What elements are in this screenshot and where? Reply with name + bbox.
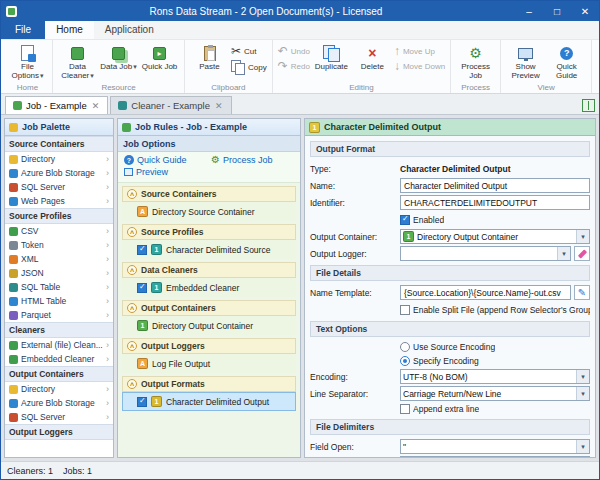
palette-item-html-table[interactable]: HTML Table bbox=[5, 294, 113, 308]
quick-job-button[interactable]: ▸ Quick Job bbox=[140, 42, 179, 72]
data-cleaner-button[interactable]: Data Cleaner bbox=[58, 42, 97, 81]
process-job-link-label: Process Job bbox=[223, 155, 273, 165]
rule-item-character-delimited-source[interactable]: 1 Character Delimited Source bbox=[122, 240, 296, 259]
palette-item-directory[interactable]: Directory bbox=[5, 152, 113, 166]
undo-button[interactable]: ↶ Undo bbox=[278, 45, 310, 57]
section-header[interactable]: Output Containers bbox=[122, 300, 296, 316]
tab-home[interactable]: Home bbox=[45, 21, 94, 39]
close-button[interactable]: ✕ bbox=[571, 1, 599, 21]
palette-group-output-containers[interactable]: Output Containers bbox=[5, 366, 113, 382]
encoding-select[interactable]: UTF-8 (No BOM) bbox=[400, 369, 590, 384]
item-checkbox[interactable] bbox=[137, 283, 147, 293]
move-up-button[interactable]: ↑ Move Up bbox=[394, 45, 445, 57]
quick-guide-button[interactable]: Quick Guide bbox=[547, 42, 586, 81]
section-header[interactable]: Output Formats bbox=[122, 376, 296, 392]
doc-tab-cleaner-example[interactable]: Cleaner - Example ✕ bbox=[110, 96, 231, 114]
maximize-button[interactable]: □ bbox=[543, 1, 571, 21]
doc-tab-job-example[interactable]: Job - Example ✕ bbox=[5, 96, 108, 114]
rule-item-directory-source-container[interactable]: A Directory Source Container bbox=[122, 202, 296, 221]
field-close-select[interactable]: " bbox=[400, 456, 590, 457]
palette-item-json[interactable]: JSON bbox=[5, 266, 113, 280]
palette-group-source-containers[interactable]: Source Containers bbox=[5, 136, 113, 152]
dropdown-arrow-icon[interactable] bbox=[557, 247, 570, 260]
palette-item-csv[interactable]: CSV bbox=[5, 224, 113, 238]
palette-item-sql-table[interactable]: SQL Table bbox=[5, 280, 113, 294]
item-checkbox[interactable] bbox=[137, 397, 147, 407]
tab-application[interactable]: Application bbox=[94, 21, 165, 39]
main-area: Job Palette Source Containers Directory … bbox=[1, 115, 599, 461]
palette-item-token[interactable]: Token bbox=[5, 238, 113, 252]
app-icon bbox=[6, 6, 17, 17]
preview-link[interactable]: Preview bbox=[124, 167, 207, 177]
section-header[interactable]: Source Profiles bbox=[122, 224, 296, 240]
enabled-label: Enabled bbox=[413, 215, 444, 225]
enabled-checkbox[interactable] bbox=[400, 215, 410, 225]
dropdown-arrow-icon[interactable] bbox=[576, 387, 589, 400]
section-header[interactable]: Output Loggers bbox=[122, 338, 296, 354]
move-down-button[interactable]: ↓ Move Down bbox=[394, 60, 445, 72]
line-separator-label: Line Separator: bbox=[310, 389, 396, 399]
enabled-row: Enabled bbox=[310, 211, 590, 228]
layout-toggle-icon[interactable] bbox=[582, 99, 595, 112]
use-source-encoding-radio[interactable] bbox=[400, 342, 410, 352]
output-logger-select[interactable] bbox=[400, 246, 571, 261]
file-options-button[interactable]: File Options bbox=[8, 42, 47, 81]
section-header[interactable]: Data Cleaners bbox=[122, 262, 296, 278]
tab-file[interactable]: File bbox=[1, 21, 45, 39]
output-container-select[interactable]: 1 Directory Output Container bbox=[400, 229, 590, 244]
tab-close-icon[interactable]: ✕ bbox=[91, 101, 101, 111]
process-job-button[interactable]: ⚙ Process Job bbox=[456, 42, 495, 81]
line-separator-select[interactable]: Carriage Return/New Line bbox=[400, 386, 590, 401]
tab-close-icon[interactable]: ✕ bbox=[214, 101, 224, 111]
identifier-field[interactable] bbox=[400, 195, 590, 210]
specify-encoding-radio[interactable] bbox=[400, 356, 410, 366]
clear-logger-button[interactable] bbox=[574, 246, 590, 261]
dropdown-arrow-icon[interactable] bbox=[576, 370, 589, 383]
type-badge: 1 bbox=[309, 122, 320, 133]
duplicate-button[interactable]: Duplicate bbox=[312, 42, 351, 72]
palette-group-source-profiles[interactable]: Source Profiles bbox=[5, 208, 113, 224]
field-open-select[interactable]: " bbox=[400, 439, 590, 454]
palette-item-xml[interactable]: XML bbox=[5, 252, 113, 266]
delete-button[interactable]: × Delete bbox=[353, 42, 392, 72]
section-header[interactable]: Source Containers bbox=[122, 186, 296, 202]
rule-item-log-file-output[interactable]: A Log File Output bbox=[122, 354, 296, 373]
rule-item-directory-output-container[interactable]: 1 Directory Output Container bbox=[122, 316, 296, 335]
type-badge: A bbox=[137, 358, 148, 369]
item-checkbox[interactable] bbox=[137, 245, 147, 255]
dropdown-arrow-icon[interactable] bbox=[576, 230, 589, 243]
chevron-right-icon bbox=[106, 269, 109, 278]
edit-template-button[interactable] bbox=[574, 285, 590, 300]
paste-button[interactable]: Paste bbox=[190, 42, 229, 72]
palette-item-external-clean[interactable]: External (file) Clean... bbox=[5, 338, 113, 352]
process-job-link[interactable]: ⚙Process Job bbox=[211, 155, 294, 165]
name-template-field[interactable] bbox=[400, 285, 571, 300]
section-output-loggers: Output Loggers A Log File Output bbox=[122, 338, 296, 373]
palette-item-out-sql-server[interactable]: SQL Server bbox=[5, 410, 113, 424]
document-tab-strip: Job - Example ✕ Cleaner - Example ✕ bbox=[1, 94, 599, 115]
redo-button[interactable]: ↷ Redo bbox=[278, 60, 310, 72]
palette-item-parquet[interactable]: Parquet bbox=[5, 308, 113, 322]
rule-item-embedded-cleaner[interactable]: 1 Embedded Cleaner bbox=[122, 278, 296, 297]
copy-button[interactable]: Copy bbox=[231, 60, 267, 74]
dropdown-arrow-icon[interactable] bbox=[576, 440, 589, 453]
field-open-label: Field Open: bbox=[310, 442, 396, 452]
name-field[interactable] bbox=[400, 178, 590, 193]
append-extra-line-checkbox[interactable] bbox=[400, 404, 410, 414]
palette-item-embedded-cleaner[interactable]: Embedded Cleaner bbox=[5, 352, 113, 366]
palette-item-out-azure-blob[interactable]: Azure Blob Storage bbox=[5, 396, 113, 410]
palette-item-sql-server[interactable]: SQL Server bbox=[5, 180, 113, 194]
quick-guide-link[interactable]: Quick Guide bbox=[124, 155, 207, 165]
rule-item-character-delimited-output[interactable]: 1 Character Delimited Output bbox=[122, 392, 296, 411]
minimize-button[interactable]: – bbox=[515, 1, 543, 21]
collapse-icon bbox=[127, 227, 137, 237]
palette-group-cleaners[interactable]: Cleaners bbox=[5, 322, 113, 338]
show-preview-button[interactable]: Show Preview bbox=[506, 42, 545, 81]
palette-item-out-directory[interactable]: Directory bbox=[5, 382, 113, 396]
split-file-checkbox[interactable] bbox=[400, 305, 410, 315]
palette-item-azure-blob[interactable]: Azure Blob Storage bbox=[5, 166, 113, 180]
cut-button[interactable]: ✂ Cut bbox=[231, 45, 267, 57]
palette-item-web-pages[interactable]: Web Pages bbox=[5, 194, 113, 208]
palette-group-output-loggers[interactable]: Output Loggers bbox=[5, 424, 113, 440]
data-job-button[interactable]: Data Job bbox=[99, 42, 138, 72]
